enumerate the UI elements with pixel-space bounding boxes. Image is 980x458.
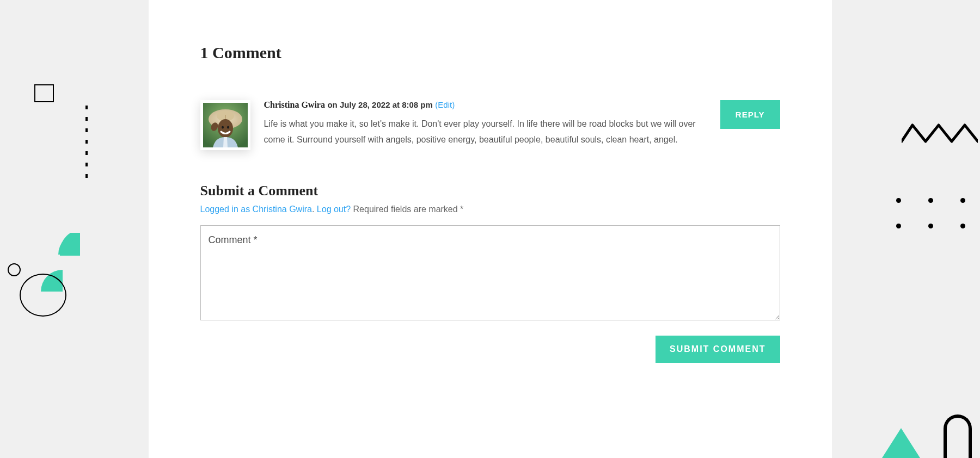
deco-triangle-icon	[882, 428, 920, 458]
deco-pie-icon	[34, 233, 80, 270]
deco-dots-icon	[896, 198, 965, 228]
svg-point-4	[218, 119, 233, 138]
comment-author[interactable]: Christina Gwira	[264, 100, 325, 109]
deco-zigzag-icon	[902, 121, 978, 148]
svg-point-6	[227, 126, 229, 129]
edit-link[interactable]: (Edit)	[435, 100, 455, 109]
reply-button[interactable]: REPLY	[720, 100, 780, 129]
comment-date: on July 28, 2022 at 8:08 pm	[327, 100, 432, 109]
content-area: 1 Comment	[149, 0, 832, 458]
deco-dashes-icon	[85, 106, 88, 178]
deco-square-outline-icon	[34, 84, 54, 102]
logged-in-link[interactable]: Logged in as Christina Gwira	[200, 205, 312, 214]
submit-comment-button[interactable]: SUBMIT COMMENT	[656, 336, 780, 363]
deco-small-circle-icon	[8, 263, 21, 276]
submit-comment-title: Submit a Comment	[200, 183, 780, 199]
logout-link[interactable]: Log out?	[317, 205, 351, 214]
comments-title: 1 Comment	[200, 44, 780, 62]
deco-slot-icon	[944, 414, 972, 458]
comment-item: Christina Gwira on July 28, 2022 at 8:08…	[200, 100, 780, 150]
required-note: Required fields are marked *	[351, 205, 463, 214]
comment-text: Life is what you make it, so let's make …	[264, 116, 715, 148]
comment-meta: Christina Gwira on July 28, 2022 at 8:08…	[264, 100, 715, 110]
avatar	[200, 100, 250, 150]
deco-circle-icon	[20, 274, 66, 317]
svg-point-5	[222, 126, 224, 129]
comment-textarea[interactable]	[200, 225, 780, 320]
login-status: Logged in as Christina Gwira. Log out? R…	[200, 205, 780, 214]
